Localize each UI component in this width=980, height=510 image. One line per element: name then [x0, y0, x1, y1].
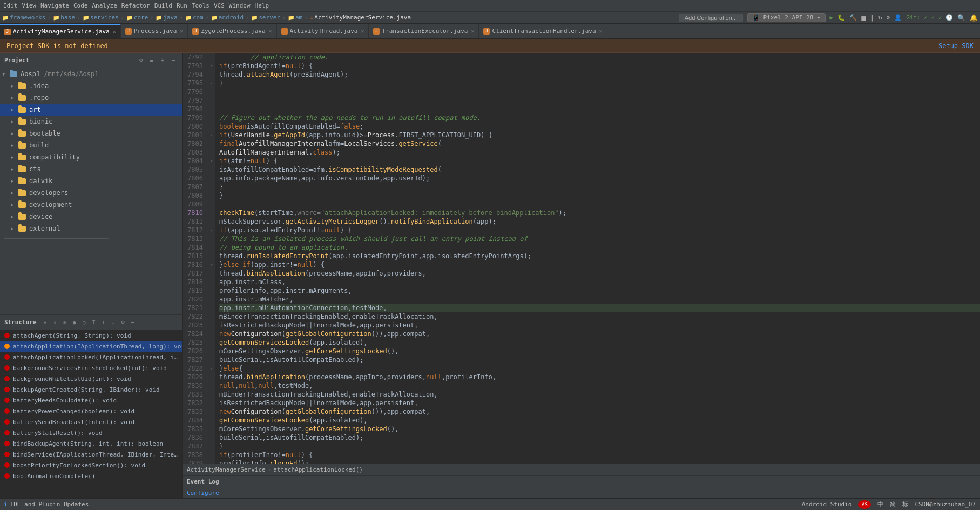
- tree-item-device[interactable]: ▶ device: [0, 211, 182, 223]
- sync-button[interactable]: ↻: [878, 14, 882, 21]
- tree-item-bootable[interactable]: ▶ bootable: [0, 128, 182, 139]
- path-java[interactable]: 📁 java: [156, 14, 178, 21]
- menu-refactor[interactable]: Refactor: [121, 2, 150, 9]
- menu-window[interactable]: Window: [229, 2, 251, 9]
- fold-marker[interactable]: ▾: [208, 79, 215, 88]
- path-android[interactable]: 📁 android: [211, 14, 244, 21]
- struct-item-attach-app-locked[interactable]: attachApplicationLocked(IApplicationThre…: [0, 352, 182, 363]
- tree-root[interactable]: ▼ Aosp1 /mnt/sda/Aosp1: [0, 68, 182, 80]
- stop-button[interactable]: ■: [861, 14, 866, 22]
- menu-navigate[interactable]: Navigate: [40, 2, 69, 9]
- tree-item-idea[interactable]: ▶ .idea: [0, 80, 182, 92]
- tab-process[interactable]: J Process.java ✕: [121, 24, 188, 38]
- input-method-simplified[interactable]: 简: [890, 500, 896, 508]
- project-tree[interactable]: ▼ Aosp1 /mnt/sda/Aosp1 ▶ .idea ▶: [0, 68, 182, 314]
- sort-icon[interactable]: ≡: [147, 56, 156, 65]
- profile-icon[interactable]: 👤: [894, 14, 902, 21]
- search-icon[interactable]: 🔍: [957, 14, 965, 22]
- path-core[interactable]: 📁 core: [126, 14, 148, 21]
- menu-edit[interactable]: Edit: [3, 2, 18, 9]
- gear-icon[interactable]: ⚙: [137, 56, 145, 65]
- path-base[interactable]: 📁 base: [53, 14, 75, 21]
- struct-icon-1[interactable]: ≣: [41, 318, 50, 327]
- tree-item-bionic[interactable]: ▶ bionic: [0, 116, 182, 128]
- struct-icon-8[interactable]: ↓: [109, 318, 118, 327]
- tab-close-btn[interactable]: ✕: [113, 29, 116, 35]
- path-am[interactable]: 📁 am: [288, 14, 302, 21]
- tab-client-transaction-handler[interactable]: J ClientTransactionHandler.java ✕: [479, 24, 607, 38]
- struct-item-battery-needs-cpu[interactable]: batteryNeedsCpuUpdate(): void: [0, 395, 182, 406]
- struct-item-bg-services[interactable]: backgroundServicesFinishedLocked(int): v…: [0, 363, 182, 373]
- structure-list[interactable]: attachAgent(String, String): void attach…: [0, 330, 182, 498]
- path-services[interactable]: 📁 services: [83, 14, 119, 21]
- fold-marker[interactable]: ▾: [208, 62, 215, 70]
- debug-button[interactable]: 🐛: [837, 14, 845, 21]
- path-file[interactable]: ☕ ActivityManagerService.java: [310, 14, 411, 21]
- build-button[interactable]: 🔨: [849, 14, 857, 21]
- fold-marker[interactable]: ▾: [208, 226, 215, 234]
- struct-item-battery-power[interactable]: batteryPowerChanged(boolean): void: [0, 406, 182, 417]
- notifications-icon[interactable]: 🔔: [970, 14, 978, 22]
- tab-activity-thread[interactable]: J ActivityThread.java ✕: [277, 24, 369, 38]
- struct-item-bind-service[interactable]: bindService(IApplicationThread, IBinder,…: [0, 449, 182, 460]
- struct-icon-6[interactable]: T: [90, 318, 98, 327]
- fold-marker[interactable]: ▾: [208, 364, 215, 373]
- path-server[interactable]: 📁 server: [251, 14, 280, 21]
- code-content[interactable]: // application code. if (preBindAgent !=…: [215, 53, 980, 464]
- menu-analyze[interactable]: Analyze: [92, 2, 117, 9]
- struct-item-battery-send-broadcast[interactable]: batterySendBroadcast(Intent): void: [0, 417, 182, 427]
- input-method-chinese[interactable]: 中: [877, 500, 883, 508]
- menu-help[interactable]: Help: [255, 2, 269, 9]
- tab-close-btn[interactable]: ✕: [361, 28, 364, 34]
- tree-item-art[interactable]: ▶ art: [0, 104, 182, 116]
- tab-activity-manager-service[interactable]: J ActivityManagerService.java ✕: [0, 24, 121, 38]
- tree-item-developers[interactable]: ▶ developers: [0, 187, 182, 199]
- tab-close-btn[interactable]: ✕: [471, 28, 474, 34]
- struct-gear-icon[interactable]: ⚙: [119, 318, 127, 327]
- fold-marker[interactable]: ▾: [208, 131, 215, 139]
- struct-icon-7[interactable]: ↑: [99, 318, 108, 327]
- input-method-other[interactable]: 标: [902, 500, 908, 508]
- settings-icon[interactable]: ⚙: [887, 14, 890, 21]
- tree-item-compatibility[interactable]: ▶ compatibility: [0, 151, 182, 163]
- tree-item-build[interactable]: ▶ build: [0, 139, 182, 151]
- struct-item-boot-animation[interactable]: bootAnimationComplete(): [0, 471, 182, 481]
- struct-item-attach-agent[interactable]: attachAgent(String, String): void: [0, 330, 182, 341]
- struct-icon-2[interactable]: ↕: [51, 318, 59, 327]
- menu-tools[interactable]: Tools: [192, 2, 209, 9]
- menu-vcs[interactable]: VCS: [214, 2, 225, 9]
- menu-build[interactable]: Build: [154, 2, 172, 9]
- tab-close-btn[interactable]: ✕: [180, 28, 183, 34]
- tab-zygote-process[interactable]: J ZygoteProcess.java ✕: [188, 24, 276, 38]
- setup-sdk-button[interactable]: Setup SDK: [938, 42, 974, 50]
- menu-run[interactable]: Run: [177, 2, 187, 9]
- struct-item-backup-agent-created[interactable]: backupAgentCreated(String, IBinder): voi…: [0, 384, 182, 395]
- menu-code[interactable]: Code: [73, 2, 88, 9]
- path-com[interactable]: 📁 com: [185, 14, 204, 21]
- tree-item-cts[interactable]: ▶ cts: [0, 163, 182, 175]
- struct-icon-3[interactable]: ⊕: [60, 318, 69, 327]
- tab-transaction-executor[interactable]: J TransactionExecutor.java ✕: [369, 24, 479, 38]
- struct-item-attach-app[interactable]: attachApplication(IApplicationThread, lo…: [0, 341, 182, 352]
- tree-item-dalvik[interactable]: ▶ dalvik: [0, 175, 182, 187]
- tree-item-repo[interactable]: ▶ .repo: [0, 92, 182, 104]
- add-config-button[interactable]: Add Configuration...: [679, 14, 743, 22]
- expand-icon[interactable]: ⊞: [158, 56, 167, 65]
- struct-close-icon[interactable]: −: [129, 318, 137, 327]
- path-frameworks[interactable]: 📁 frameworks: [2, 14, 45, 21]
- struct-item-boost-priority[interactable]: boostPriorityForLockedSection(): void: [0, 460, 182, 471]
- configure-link[interactable]: Configure: [187, 489, 219, 496]
- tab-close-btn[interactable]: ✕: [599, 28, 603, 34]
- struct-item-battery-stats-reset[interactable]: batteryStatsReset(): void: [0, 427, 182, 438]
- struct-icon-4[interactable]: ●: [70, 318, 79, 327]
- menu-view[interactable]: View: [22, 2, 37, 9]
- device-selector[interactable]: 📱 Pixel 2 API 28 ▾: [747, 13, 826, 22]
- fold-marker[interactable]: ▾: [208, 260, 215, 269]
- fold-marker[interactable]: ▾: [208, 157, 215, 165]
- struct-icon-5[interactable]: ◯: [80, 318, 89, 327]
- code-area[interactable]: 7792 7793 7794 7795 7796 7797 7798 7799 …: [183, 53, 980, 464]
- close-sidebar-icon[interactable]: −: [169, 56, 178, 65]
- struct-item-bg-whitelist[interactable]: backgroundWhitelistUid(int): void: [0, 373, 182, 384]
- tree-item-external[interactable]: ▶ external: [0, 223, 182, 234]
- tree-item-development[interactable]: ▶ development: [0, 199, 182, 211]
